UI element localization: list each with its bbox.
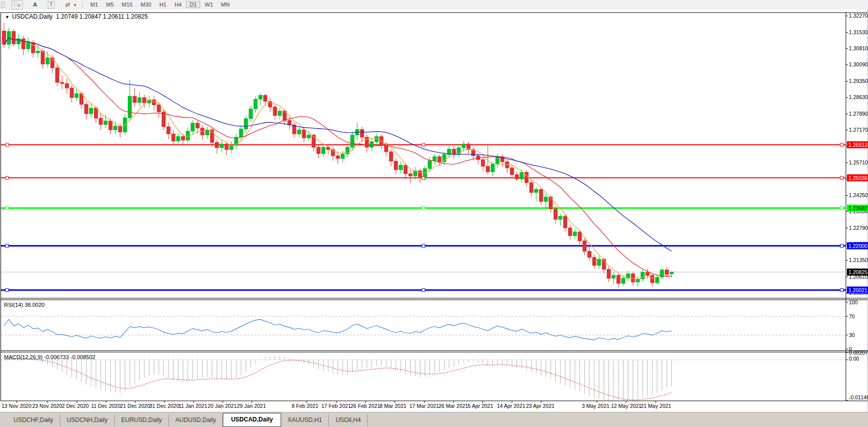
hline-handle[interactable]: [840, 289, 843, 292]
candle-body: [36, 51, 40, 53]
date-tick-label: 8 Mar 2021: [380, 403, 406, 409]
hline-handle[interactable]: [840, 244, 843, 247]
cycle-arrows-icon[interactable]: ⇄: [62, 1, 73, 9]
candle-body: [114, 126, 117, 130]
candle-body: [273, 107, 277, 116]
rsi-tick-label: 100: [849, 299, 858, 305]
timeframe-button-mn[interactable]: MN: [218, 1, 233, 8]
candle-body: [351, 135, 354, 147]
timeframe-button-m5[interactable]: M5: [103, 1, 117, 8]
symbol-tab-usdchf[interactable]: USDCHF,Daily: [7, 414, 60, 426]
candle-body: [104, 121, 108, 124]
candle-body: [655, 277, 659, 283]
candle-body: [389, 152, 393, 161]
hline-handle[interactable]: [840, 177, 843, 180]
hline-handle[interactable]: [6, 207, 9, 210]
dropdown-caret-icon[interactable]: ▾: [74, 3, 76, 8]
hline-1.20021[interactable]: [1, 289, 846, 292]
candle-body: [544, 197, 548, 202]
symbol-tab-xauusd[interactable]: XAUUSD,H1: [281, 414, 329, 426]
candle-body: [481, 159, 485, 166]
candle-body: [191, 123, 195, 131]
hline-handle[interactable]: [6, 177, 9, 180]
candle-body: [592, 258, 596, 266]
candle-body: [535, 190, 538, 193]
symbol-tab-usdcad[interactable]: USDCAD,Daily: [223, 413, 281, 427]
candle-body: [496, 157, 499, 164]
collapse-icon[interactable]: ▼: [5, 15, 10, 20]
timeframe-button-h1[interactable]: H1: [156, 1, 170, 8]
candle-body: [409, 174, 412, 176]
date-tick-label: 23 Nov 2020: [32, 403, 62, 409]
hline-1.23682[interactable]: [1, 207, 846, 210]
hline-handle[interactable]: [422, 289, 425, 292]
hline-1.22000[interactable]: [1, 244, 846, 247]
candle-body: [341, 154, 344, 158]
candle-body: [22, 39, 25, 49]
candle-body: [99, 118, 103, 124]
price-label-1.25036: 1.25036: [847, 175, 868, 182]
candle-body: [138, 98, 141, 103]
candle-body: [254, 99, 257, 109]
timeframe-button-d1[interactable]: D1: [186, 1, 200, 8]
candle-body: [128, 96, 132, 118]
price-tick-label: 1.22790: [849, 225, 868, 231]
price-label-text: 1.20021: [848, 287, 867, 293]
candle-body: [220, 144, 223, 148]
timeframe-button-m15[interactable]: M15: [118, 1, 136, 8]
hline-handle[interactable]: [6, 143, 9, 146]
candle-body: [109, 121, 112, 130]
candle-body: [612, 275, 616, 278]
hline-1.26513[interactable]: [1, 143, 846, 146]
price-label-1.20825: 1.20825: [847, 269, 868, 276]
chart-canvas[interactable]: 1.322701.315301.308101.300901.293501.286…: [0, 10, 868, 412]
candle-body: [215, 142, 219, 148]
candle-body: [70, 88, 73, 98]
candle-body: [607, 269, 611, 278]
hline-handle[interactable]: [422, 207, 425, 210]
price-tick-label: 1.25710: [849, 159, 868, 165]
macd-indicator-label: MACD(12,26,9) -0.006733 -0.008502: [4, 354, 96, 360]
timeframe-button-m30[interactable]: M30: [137, 1, 155, 8]
symbol-tab-audusd[interactable]: AUDUSD,Daily: [169, 414, 223, 426]
date-tick-label: 31 Dec 2020: [149, 403, 180, 409]
symbol-tab-eurusd[interactable]: EURUSD,Daily: [115, 414, 169, 426]
rsi-tick-label: 70: [849, 313, 855, 319]
chart-window[interactable]: 1.322701.315301.308101.300901.293501.286…: [0, 10, 868, 412]
date-tick-label: 23 Apr 2021: [526, 403, 555, 409]
symbol-tab-usdcnh[interactable]: USDCNH,Daily: [60, 414, 115, 426]
price-tick-label: 1.27170: [849, 127, 868, 133]
toolbar-grip[interactable]: [1, 2, 6, 9]
chart-tab-bar: USDCHF,DailyUSDCNH,DailyEURUSD,DailyAUDU…: [0, 412, 868, 427]
hline-handle[interactable]: [422, 244, 425, 247]
text-label-icon[interactable]: T: [48, 1, 55, 9]
macd-tick-label: -0.011462: [849, 394, 868, 400]
candle-body: [515, 175, 518, 179]
candle-body: [452, 149, 456, 154]
date-tick-label: 14 Apr 2021: [497, 403, 526, 409]
candle-body: [302, 130, 306, 138]
macd-tick-label: 0.00: [849, 356, 859, 362]
candle-body: [278, 111, 282, 116]
price-tick-label: 1.21350: [849, 257, 868, 263]
symbol-tab-usoil[interactable]: USOil,H4: [329, 414, 368, 426]
candle-body: [171, 134, 175, 141]
candle-body: [486, 166, 490, 172]
hline-handle[interactable]: [6, 244, 9, 247]
hline-handle[interactable]: [422, 143, 425, 146]
timeframe-button-m1[interactable]: M1: [87, 1, 102, 8]
dotted-rect-icon[interactable]: ⬚F: [12, 0, 23, 10]
hline-handle[interactable]: [840, 143, 843, 146]
timeframe-button-h4[interactable]: H4: [171, 1, 185, 8]
date-tick-label: 11 Dec 2020: [91, 403, 121, 409]
hline-handle[interactable]: [6, 289, 9, 292]
candle-body: [651, 275, 654, 283]
date-tick-label: 26 Feb 2021: [351, 403, 380, 409]
chart-ohlc-values: 1.20749 1.20847 1.20611 1.20825: [56, 13, 148, 20]
date-tick-label: 8 Feb 2021: [292, 403, 318, 409]
hline-handle[interactable]: [840, 207, 843, 210]
text-a-icon[interactable]: A: [30, 1, 41, 9]
date-tick-label: 13 Nov 2020: [2, 403, 32, 409]
candle-body: [51, 58, 54, 68]
timeframe-button-w1[interactable]: W1: [201, 1, 217, 8]
